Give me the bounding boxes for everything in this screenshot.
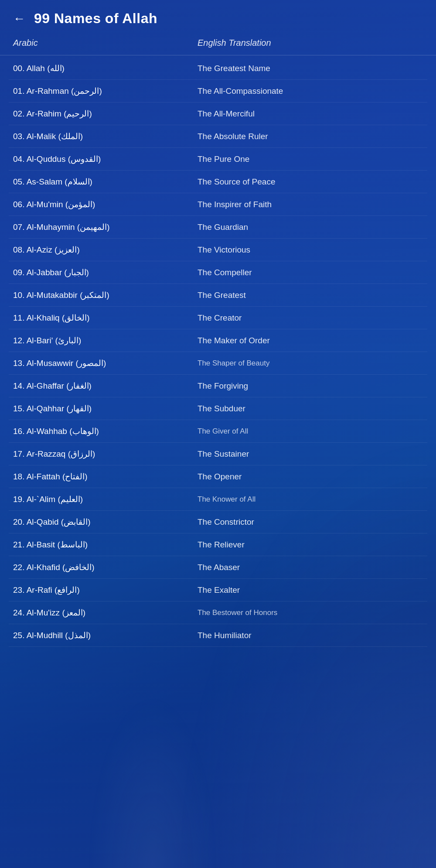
name-arabic-21: 21. Al-Basit (الباسط) [13,540,198,550]
name-arabic-4: 04. Al-Quddus (القدوس) [13,154,198,164]
name-row[interactable]: 01. Ar-Rahman (الرحمن)The All-Compassion… [9,80,427,103]
name-english-23: The Exalter [198,585,423,595]
name-arabic-19: 19. Al-`Alim (العليم) [13,494,198,504]
name-row[interactable]: 17. Ar-Razzaq (الرزاق)The Sustainer [9,443,427,465]
name-arabic-15: 15. Al-Qahhar (القهار) [13,403,198,413]
name-row[interactable]: 03. Al-Malik (الملك)The Absolute Ruler [9,125,427,148]
name-row[interactable]: 22. Al-Khafid (الخافض)The Abaser [9,556,427,579]
name-english-17: The Sustainer [198,449,423,459]
name-english-13: The Shaper of Beauty [198,359,423,368]
name-english-20: The Constrictor [198,517,423,527]
name-row[interactable]: 08. Al-Aziz (العزيز)The Victorious [9,239,427,261]
name-row[interactable]: 11. Al-Khaliq (الخالق)The Creator [9,307,427,329]
name-english-9: The Compeller [198,268,423,277]
name-row[interactable]: 18. Al-Fattah (الفتاح)The Opener [9,465,427,488]
name-english-4: The Pure One [198,154,423,164]
name-arabic-8: 08. Al-Aziz (العزيز) [13,245,198,255]
name-english-2: The All-Merciful [198,109,423,119]
app-header: ← 99 Names of Allah [0,0,436,34]
name-arabic-3: 03. Al-Malik (الملك) [13,131,198,141]
name-arabic-24: 24. Al-Mu'izz (المعز) [13,608,198,618]
arabic-column-header: Arabic [13,38,198,48]
name-arabic-17: 17. Ar-Razzaq (الرزاق) [13,449,198,459]
name-english-16: The Giver of All [198,427,423,436]
name-row[interactable]: 24. Al-Mu'izz (المعز)The Bestower of Hon… [9,601,427,624]
names-list: 00. Allah (الله)The Greatest Name01. Ar-… [0,57,436,647]
name-arabic-23: 23. Ar-Rafi (الرافع) [13,585,198,595]
name-english-8: The Victorious [198,245,423,255]
name-arabic-0: 00. Allah (الله) [13,63,198,73]
name-arabic-1: 01. Ar-Rahman (الرحمن) [13,86,198,96]
name-english-7: The Guardian [198,222,423,232]
name-english-14: The Forgiving [198,381,423,391]
name-english-22: The Abaser [198,563,423,572]
name-arabic-16: 16. Al-Wahhab (الوهاب) [13,426,198,436]
name-row[interactable]: 09. Al-Jabbar (الجبار)The Compeller [9,261,427,284]
name-arabic-6: 06. Al-Mu'min (المؤمن) [13,199,198,209]
name-arabic-22: 22. Al-Khafid (الخافض) [13,562,198,572]
name-arabic-14: 14. Al-Ghaffar (الغفار) [13,381,198,391]
name-row[interactable]: 16. Al-Wahhab (الوهاب)The Giver of All [9,420,427,443]
name-arabic-11: 11. Al-Khaliq (الخالق) [13,313,198,323]
name-arabic-10: 10. Al-Mutakabbir (المتكبر) [13,290,198,300]
name-row[interactable]: 06. Al-Mu'min (المؤمن)The Inspirer of Fa… [9,193,427,216]
name-english-18: The Opener [198,472,423,482]
name-row[interactable]: 02. Ar-Rahim (الرحيم)The All-Merciful [9,103,427,125]
name-english-19: The Knower of All [198,495,423,504]
name-arabic-18: 18. Al-Fattah (الفتاح) [13,472,198,482]
name-row[interactable]: 07. Al-Muhaymin (المهيمن)The Guardian [9,216,427,239]
name-row[interactable]: 20. Al-Qabid (القابض)The Constrictor [9,511,427,533]
name-english-15: The Subduer [198,404,423,413]
name-english-1: The All-Compassionate [198,86,423,96]
name-row[interactable]: 04. Al-Quddus (القدوس)The Pure One [9,148,427,171]
name-row[interactable]: 25. Al-Mudhill (المذل)The Humiliator [9,624,427,647]
clock-tower-hint [87,694,218,868]
name-row[interactable]: 10. Al-Mutakabbir (المتكبر)The Greatest [9,284,427,307]
name-english-12: The Maker of Order [198,336,423,345]
name-english-6: The Inspirer of Faith [198,200,423,209]
name-arabic-25: 25. Al-Mudhill (المذل) [13,630,198,640]
name-english-5: The Source of Peace [198,177,423,187]
name-arabic-20: 20. Al-Qabid (القابض) [13,517,198,527]
name-arabic-13: 13. Al-Musawwir (المصور) [13,358,198,368]
name-row[interactable]: 12. Al-Bari' (البارئ)The Maker of Order [9,329,427,352]
name-arabic-2: 02. Ar-Rahim (الرحيم) [13,109,198,119]
name-row[interactable]: 05. As-Salam (السلام)The Source of Peace [9,171,427,193]
name-row[interactable]: 21. Al-Basit (الباسط)The Reliever [9,533,427,556]
back-button[interactable]: ← [13,13,25,25]
name-row[interactable]: 23. Ar-Rafi (الرافع)The Exalter [9,579,427,601]
name-arabic-12: 12. Al-Bari' (البارئ) [13,335,198,345]
name-arabic-7: 07. Al-Muhaymin (المهيمن) [13,222,198,232]
name-english-11: The Creator [198,313,423,323]
name-english-10: The Greatest [198,290,423,300]
name-english-3: The Absolute Ruler [198,132,423,141]
name-row[interactable]: 00. Allah (الله)The Greatest Name [9,57,427,80]
main-container: ← 99 Names of Allah Arabic English Trans… [0,0,436,647]
name-english-0: The Greatest Name [198,64,423,73]
column-headers: Arabic English Translation [0,34,436,55]
page-title: 99 Names of Allah [34,10,157,27]
name-english-24: The Bestower of Honors [198,608,423,617]
name-arabic-9: 09. Al-Jabbar (الجبار) [13,267,198,277]
name-english-25: The Humiliator [198,631,423,640]
name-row[interactable]: 15. Al-Qahhar (القهار)The Subduer [9,397,427,420]
name-row[interactable]: 13. Al-Musawwir (المصور)The Shaper of Be… [9,352,427,375]
name-row[interactable]: 14. Al-Ghaffar (الغفار)The Forgiving [9,375,427,397]
name-row[interactable]: 19. Al-`Alim (العليم)The Knower of All [9,488,427,511]
name-arabic-5: 05. As-Salam (السلام) [13,177,198,187]
name-english-21: The Reliever [198,540,423,550]
english-column-header: English Translation [198,38,423,48]
